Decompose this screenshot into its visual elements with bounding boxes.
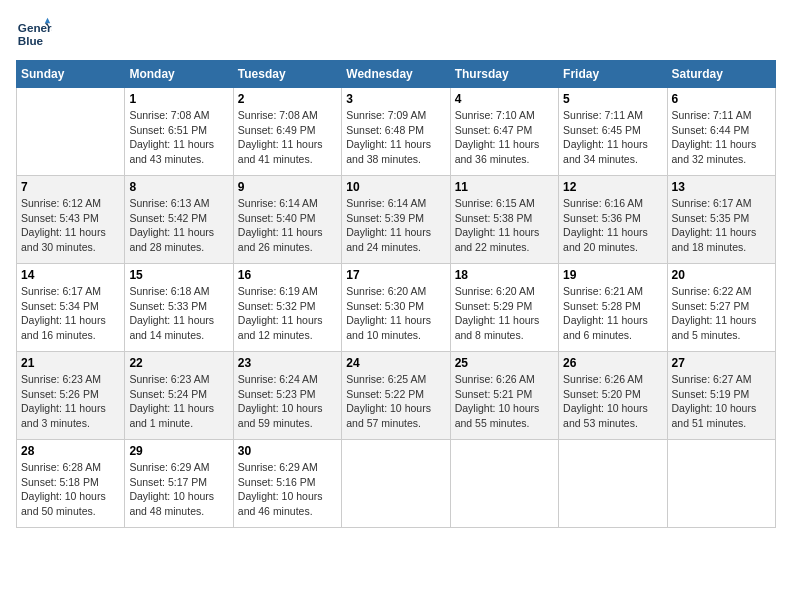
- day-number: 3: [346, 92, 445, 106]
- calendar-cell: 15Sunrise: 6:18 AMSunset: 5:33 PMDayligh…: [125, 264, 233, 352]
- day-info: Sunrise: 7:08 AMSunset: 6:49 PMDaylight:…: [238, 108, 337, 167]
- calendar-cell: 6Sunrise: 7:11 AMSunset: 6:44 PMDaylight…: [667, 88, 775, 176]
- page-header: General Blue: [16, 16, 776, 52]
- calendar-cell: 26Sunrise: 6:26 AMSunset: 5:20 PMDayligh…: [559, 352, 667, 440]
- weekday-header-friday: Friday: [559, 61, 667, 88]
- day-number: 14: [21, 268, 120, 282]
- calendar-week-row: 14Sunrise: 6:17 AMSunset: 5:34 PMDayligh…: [17, 264, 776, 352]
- calendar-cell: 13Sunrise: 6:17 AMSunset: 5:35 PMDayligh…: [667, 176, 775, 264]
- logo-icon: General Blue: [16, 16, 52, 52]
- day-info: Sunrise: 6:29 AMSunset: 5:17 PMDaylight:…: [129, 460, 228, 519]
- calendar-cell: 14Sunrise: 6:17 AMSunset: 5:34 PMDayligh…: [17, 264, 125, 352]
- calendar-cell: 24Sunrise: 6:25 AMSunset: 5:22 PMDayligh…: [342, 352, 450, 440]
- calendar-cell: 20Sunrise: 6:22 AMSunset: 5:27 PMDayligh…: [667, 264, 775, 352]
- day-number: 19: [563, 268, 662, 282]
- day-number: 16: [238, 268, 337, 282]
- calendar-cell: 7Sunrise: 6:12 AMSunset: 5:43 PMDaylight…: [17, 176, 125, 264]
- day-info: Sunrise: 6:17 AMSunset: 5:35 PMDaylight:…: [672, 196, 771, 255]
- calendar-cell: [667, 440, 775, 528]
- weekday-header-tuesday: Tuesday: [233, 61, 341, 88]
- calendar-cell: 10Sunrise: 6:14 AMSunset: 5:39 PMDayligh…: [342, 176, 450, 264]
- calendar-cell: [17, 88, 125, 176]
- day-number: 20: [672, 268, 771, 282]
- calendar-cell: 21Sunrise: 6:23 AMSunset: 5:26 PMDayligh…: [17, 352, 125, 440]
- day-info: Sunrise: 7:11 AMSunset: 6:44 PMDaylight:…: [672, 108, 771, 167]
- calendar-cell: 19Sunrise: 6:21 AMSunset: 5:28 PMDayligh…: [559, 264, 667, 352]
- weekday-header-wednesday: Wednesday: [342, 61, 450, 88]
- day-info: Sunrise: 7:10 AMSunset: 6:47 PMDaylight:…: [455, 108, 554, 167]
- day-number: 2: [238, 92, 337, 106]
- weekday-header-thursday: Thursday: [450, 61, 558, 88]
- day-number: 1: [129, 92, 228, 106]
- calendar-header-row: SundayMondayTuesdayWednesdayThursdayFrid…: [17, 61, 776, 88]
- day-info: Sunrise: 6:18 AMSunset: 5:33 PMDaylight:…: [129, 284, 228, 343]
- calendar-cell: [450, 440, 558, 528]
- day-info: Sunrise: 6:14 AMSunset: 5:40 PMDaylight:…: [238, 196, 337, 255]
- calendar-cell: 4Sunrise: 7:10 AMSunset: 6:47 PMDaylight…: [450, 88, 558, 176]
- calendar-cell: 3Sunrise: 7:09 AMSunset: 6:48 PMDaylight…: [342, 88, 450, 176]
- day-number: 15: [129, 268, 228, 282]
- weekday-header-sunday: Sunday: [17, 61, 125, 88]
- day-info: Sunrise: 6:13 AMSunset: 5:42 PMDaylight:…: [129, 196, 228, 255]
- calendar-week-row: 21Sunrise: 6:23 AMSunset: 5:26 PMDayligh…: [17, 352, 776, 440]
- day-number: 26: [563, 356, 662, 370]
- day-info: Sunrise: 6:28 AMSunset: 5:18 PMDaylight:…: [21, 460, 120, 519]
- day-info: Sunrise: 7:08 AMSunset: 6:51 PMDaylight:…: [129, 108, 228, 167]
- day-number: 4: [455, 92, 554, 106]
- day-number: 12: [563, 180, 662, 194]
- calendar-cell: 12Sunrise: 6:16 AMSunset: 5:36 PMDayligh…: [559, 176, 667, 264]
- calendar-cell: 9Sunrise: 6:14 AMSunset: 5:40 PMDaylight…: [233, 176, 341, 264]
- day-info: Sunrise: 6:29 AMSunset: 5:16 PMDaylight:…: [238, 460, 337, 519]
- calendar-week-row: 1Sunrise: 7:08 AMSunset: 6:51 PMDaylight…: [17, 88, 776, 176]
- calendar-cell: 8Sunrise: 6:13 AMSunset: 5:42 PMDaylight…: [125, 176, 233, 264]
- day-info: Sunrise: 6:22 AMSunset: 5:27 PMDaylight:…: [672, 284, 771, 343]
- day-number: 28: [21, 444, 120, 458]
- calendar-cell: 17Sunrise: 6:20 AMSunset: 5:30 PMDayligh…: [342, 264, 450, 352]
- day-info: Sunrise: 6:20 AMSunset: 5:29 PMDaylight:…: [455, 284, 554, 343]
- calendar-cell: 11Sunrise: 6:15 AMSunset: 5:38 PMDayligh…: [450, 176, 558, 264]
- day-number: 13: [672, 180, 771, 194]
- calendar-cell: [559, 440, 667, 528]
- day-number: 5: [563, 92, 662, 106]
- day-info: Sunrise: 6:12 AMSunset: 5:43 PMDaylight:…: [21, 196, 120, 255]
- day-info: Sunrise: 6:17 AMSunset: 5:34 PMDaylight:…: [21, 284, 120, 343]
- day-number: 11: [455, 180, 554, 194]
- day-number: 21: [21, 356, 120, 370]
- day-number: 29: [129, 444, 228, 458]
- calendar-week-row: 28Sunrise: 6:28 AMSunset: 5:18 PMDayligh…: [17, 440, 776, 528]
- weekday-header-monday: Monday: [125, 61, 233, 88]
- day-number: 24: [346, 356, 445, 370]
- calendar-table: SundayMondayTuesdayWednesdayThursdayFrid…: [16, 60, 776, 528]
- calendar-cell: 28Sunrise: 6:28 AMSunset: 5:18 PMDayligh…: [17, 440, 125, 528]
- calendar-cell: 30Sunrise: 6:29 AMSunset: 5:16 PMDayligh…: [233, 440, 341, 528]
- calendar-cell: [342, 440, 450, 528]
- day-number: 9: [238, 180, 337, 194]
- calendar-cell: 1Sunrise: 7:08 AMSunset: 6:51 PMDaylight…: [125, 88, 233, 176]
- day-info: Sunrise: 7:09 AMSunset: 6:48 PMDaylight:…: [346, 108, 445, 167]
- day-info: Sunrise: 6:16 AMSunset: 5:36 PMDaylight:…: [563, 196, 662, 255]
- calendar-cell: 2Sunrise: 7:08 AMSunset: 6:49 PMDaylight…: [233, 88, 341, 176]
- day-info: Sunrise: 6:14 AMSunset: 5:39 PMDaylight:…: [346, 196, 445, 255]
- day-number: 10: [346, 180, 445, 194]
- calendar-week-row: 7Sunrise: 6:12 AMSunset: 5:43 PMDaylight…: [17, 176, 776, 264]
- day-number: 30: [238, 444, 337, 458]
- day-number: 27: [672, 356, 771, 370]
- day-number: 18: [455, 268, 554, 282]
- day-info: Sunrise: 7:11 AMSunset: 6:45 PMDaylight:…: [563, 108, 662, 167]
- day-info: Sunrise: 6:23 AMSunset: 5:24 PMDaylight:…: [129, 372, 228, 431]
- day-info: Sunrise: 6:21 AMSunset: 5:28 PMDaylight:…: [563, 284, 662, 343]
- day-number: 17: [346, 268, 445, 282]
- calendar-body: 1Sunrise: 7:08 AMSunset: 6:51 PMDaylight…: [17, 88, 776, 528]
- day-number: 7: [21, 180, 120, 194]
- calendar-cell: 27Sunrise: 6:27 AMSunset: 5:19 PMDayligh…: [667, 352, 775, 440]
- svg-text:Blue: Blue: [18, 34, 44, 47]
- day-info: Sunrise: 6:27 AMSunset: 5:19 PMDaylight:…: [672, 372, 771, 431]
- calendar-cell: 22Sunrise: 6:23 AMSunset: 5:24 PMDayligh…: [125, 352, 233, 440]
- calendar-cell: 5Sunrise: 7:11 AMSunset: 6:45 PMDaylight…: [559, 88, 667, 176]
- day-number: 25: [455, 356, 554, 370]
- calendar-cell: 23Sunrise: 6:24 AMSunset: 5:23 PMDayligh…: [233, 352, 341, 440]
- day-info: Sunrise: 6:15 AMSunset: 5:38 PMDaylight:…: [455, 196, 554, 255]
- day-info: Sunrise: 6:23 AMSunset: 5:26 PMDaylight:…: [21, 372, 120, 431]
- day-info: Sunrise: 6:24 AMSunset: 5:23 PMDaylight:…: [238, 372, 337, 431]
- day-number: 22: [129, 356, 228, 370]
